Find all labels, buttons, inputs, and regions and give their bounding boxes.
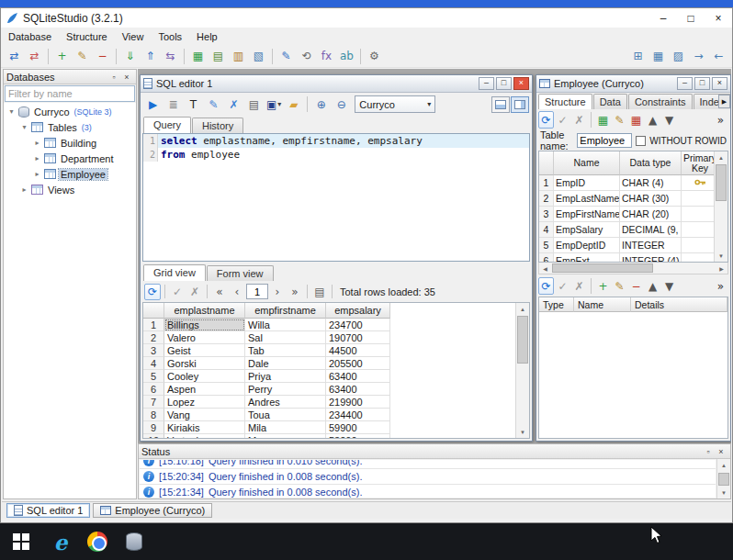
- employee-maximize-button[interactable]: □: [694, 77, 710, 90]
- scroll-down-button[interactable]: ▼: [717, 487, 730, 498]
- disconnect-database-button[interactable]: ⇄: [25, 47, 44, 66]
- create-view-from-query-button[interactable]: ✎: [204, 95, 223, 114]
- results-right-toggle[interactable]: [511, 96, 529, 113]
- structure-horizontal-scrollbar[interactable]: ◀ ▶: [538, 263, 728, 274]
- results-cell[interactable]: 234400: [326, 409, 390, 421]
- results-cell[interactable]: Tab: [245, 344, 326, 357]
- status-panel-header[interactable]: Status ▫ ×: [139, 444, 730, 459]
- results-cell[interactable]: Perry: [245, 383, 326, 396]
- column-type-cell[interactable]: CHAR (20): [620, 207, 682, 222]
- refresh-structure-button[interactable]: ⟳: [538, 111, 554, 129]
- load-sql-from-file-button[interactable]: ▰: [284, 95, 303, 114]
- tile-windows-button[interactable]: ▦: [648, 47, 668, 66]
- cascade-windows-button[interactable]: ▨: [669, 47, 688, 66]
- employee-window-titlebar[interactable]: Employee (Curryco) – □ ×: [536, 75, 730, 93]
- results-cell[interactable]: Andres: [245, 396, 326, 409]
- column-name-cell[interactable]: EmpExt: [554, 253, 620, 263]
- sql-close-button[interactable]: ×: [513, 77, 529, 90]
- employee-close-button[interactable]: ×: [712, 77, 727, 90]
- refresh-constraints-button[interactable]: ⟳: [538, 277, 554, 295]
- clear-execution-history-button[interactable]: ✗: [224, 95, 243, 114]
- results-cell[interactable]: Sal: [245, 331, 326, 344]
- move-constraint-up-button[interactable]: ▲: [645, 277, 660, 295]
- next-page-button[interactable]: ›: [269, 284, 286, 300]
- export-button[interactable]: ⇑: [141, 47, 160, 66]
- taskbar-app-button[interactable]: [116, 523, 152, 560]
- structure-toolbar-overflow-button[interactable]: »: [713, 111, 728, 129]
- column-name-cell[interactable]: EmpLastName: [554, 191, 620, 207]
- results-cell[interactable]: Billings: [164, 319, 245, 331]
- menu-structure[interactable]: Structure: [59, 28, 115, 45]
- tab-form-view[interactable]: Form view: [207, 265, 274, 281]
- commit-constraints-changes-button[interactable]: ✓: [555, 277, 570, 295]
- results-cell[interactable]: 190700: [326, 331, 390, 344]
- column-name-cell[interactable]: EmpSalary: [554, 222, 620, 238]
- tab-data[interactable]: Data: [593, 94, 627, 109]
- results-cell[interactable]: Priya: [245, 370, 326, 383]
- scrollbar-thumb[interactable]: [716, 164, 727, 201]
- open-function-editor-button[interactable]: fx: [317, 47, 336, 66]
- tab-structure[interactable]: Structure: [538, 94, 592, 109]
- menu-help[interactable]: Help: [189, 28, 225, 45]
- refresh-results-button[interactable]: ⟳: [144, 284, 161, 300]
- convert-database-button[interactable]: ⇆: [161, 47, 180, 66]
- close-status-button[interactable]: ×: [715, 445, 727, 457]
- results-cell[interactable]: Cooley: [164, 370, 245, 383]
- results-cell[interactable]: Mila: [245, 421, 326, 434]
- window-titlebar[interactable]: SQLiteStudio (3.2.1) – □ ×: [1, 8, 732, 28]
- edit-table-constraint-button[interactable]: ✎: [612, 277, 627, 295]
- expander-icon[interactable]: ▸: [33, 170, 41, 178]
- constraints-toolbar-overflow-button[interactable]: »: [713, 277, 728, 295]
- column-type-cell[interactable]: INTEGER (4): [620, 253, 682, 263]
- status-vertical-scrollbar[interactable]: ▲ ▼: [716, 459, 730, 498]
- expander-icon[interactable]: ▸: [33, 139, 41, 147]
- sql-maximize-button[interactable]: □: [496, 77, 512, 90]
- first-page-button[interactable]: «: [211, 284, 228, 300]
- commit-structure-changes-button[interactable]: ✓: [555, 111, 570, 129]
- scroll-left-button[interactable]: ◀: [539, 263, 551, 274]
- open-collation-editor-button[interactable]: ab: [337, 47, 356, 66]
- scroll-up-button[interactable]: ▲: [516, 303, 529, 315]
- move-column-down-button[interactable]: ▼: [661, 111, 677, 129]
- start-button[interactable]: [0, 523, 42, 560]
- column-header-name[interactable]: Name: [554, 151, 620, 175]
- results-cell[interactable]: Mary: [245, 434, 326, 439]
- table-name-input[interactable]: [577, 133, 632, 148]
- employee-minimize-button[interactable]: –: [677, 77, 693, 90]
- last-page-button[interactable]: »: [287, 284, 303, 300]
- move-column-up-button[interactable]: ▲: [645, 111, 660, 129]
- without-rowid-checkbox[interactable]: [636, 136, 646, 146]
- add-database-button[interactable]: +: [52, 47, 72, 66]
- add-table-constraint-button[interactable]: +: [595, 277, 611, 295]
- scrollbar-thumb[interactable]: [552, 263, 653, 273]
- results-cell[interactable]: Lopez: [164, 396, 245, 409]
- expander-icon[interactable]: ▸: [20, 185, 28, 194]
- page-number-input[interactable]: [246, 284, 268, 299]
- results-cell[interactable]: Willa: [245, 319, 326, 331]
- tab-query[interactable]: Query: [143, 117, 191, 133]
- minimize-button[interactable]: –: [649, 8, 677, 28]
- column-header-emplastname[interactable]: emplastname: [164, 303, 245, 319]
- commit-changes-button[interactable]: ✓: [169, 284, 186, 300]
- column-type-cell[interactable]: INTEGER: [620, 238, 682, 253]
- menu-database[interactable]: Database: [1, 28, 59, 45]
- database-combo[interactable]: Curryco ▾: [355, 95, 435, 113]
- edit-database-button[interactable]: ✎: [73, 47, 92, 66]
- undock-panel-button[interactable]: ▫: [107, 71, 120, 83]
- tab-scroll-right-button[interactable]: ▶: [718, 95, 730, 108]
- tab-constraints[interactable]: Constraints: [628, 94, 693, 109]
- import-button[interactable]: ⇓: [120, 47, 140, 66]
- results-cell[interactable]: 44500: [326, 344, 390, 357]
- results-cell[interactable]: 53200: [326, 434, 390, 439]
- print-query-button[interactable]: ▤: [244, 95, 264, 114]
- tree-item-employee[interactable]: ▸Employee: [4, 166, 136, 182]
- delete-column-button[interactable]: ▦: [628, 111, 644, 129]
- column-name-cell[interactable]: EmpID: [554, 175, 620, 191]
- results-cell[interactable]: Geist: [164, 344, 245, 357]
- maximize-button[interactable]: □: [677, 8, 705, 28]
- column-header-details[interactable]: Details: [631, 297, 727, 312]
- results-cell[interactable]: 63400: [326, 370, 390, 383]
- column-header-empfirstname[interactable]: empfirstname: [245, 303, 326, 319]
- databases-panel-header[interactable]: Databases ▫ ×: [4, 70, 136, 84]
- expander-icon[interactable]: ▸: [33, 154, 41, 162]
